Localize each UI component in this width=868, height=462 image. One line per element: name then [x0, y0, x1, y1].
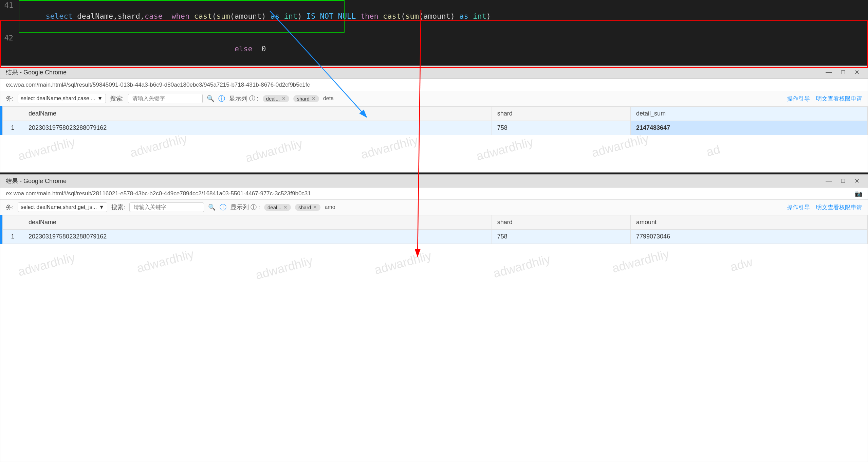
bottom-watermark-1: adwardhliу [16, 250, 76, 279]
top-info-icon[interactable]: ⓘ [218, 94, 225, 103]
top-search-icon[interactable]: 🔍 [207, 95, 214, 102]
bottom-browser-window: 结果 - Google Chrome — □ ✕ ex.woa.com/main… [0, 174, 868, 462]
bottom-title-bar: 结果 - Google Chrome — □ ✕ [0, 175, 868, 188]
top-action-links: 操作引导 明文查看权限申请 [787, 95, 862, 103]
bottom-watermark-5: adwardhliу [492, 252, 552, 281]
bottom-address-bar: ex.woa.com/main.html#/sql/result/2811602… [0, 188, 868, 200]
top-td-num: 1 [3, 121, 23, 135]
bottom-table-header-row: dealName shard amount [3, 215, 868, 230]
watermark-2: adwardhliу [128, 135, 188, 160]
top-sql-dropdown-icon: ▼ [97, 95, 103, 102]
line-num-41: 41 [0, 0, 19, 11]
top-th-shard: shard [492, 107, 630, 121]
code-line-42: 42 else 0 [0, 33, 868, 65]
bottom-th-shard: shard [492, 215, 630, 230]
code-line-41: 41 select dealName,shard,case when cast(… [0, 0, 868, 33]
watermark-5: adwardhliу [475, 135, 535, 162]
bottom-col-tag-2-close[interactable]: ✕ [313, 205, 317, 210]
bottom-watermark-2: adwardhliу [135, 247, 195, 276]
bottom-url: ex.woa.com/main.html#/sql/result/2811602… [6, 190, 311, 197]
bottom-info-icon[interactable]: ⓘ [220, 203, 226, 212]
top-td-detail-sum: 2147483647 [630, 121, 867, 135]
bottom-col-tag-1-close[interactable]: ✕ [283, 205, 288, 210]
bottom-close-button[interactable]: ✕ [852, 177, 862, 185]
bottom-minimize-button[interactable]: — [823, 177, 834, 185]
bottom-watermark-4: adwardhliу [373, 248, 433, 277]
bottom-address-icon: 📷 [855, 190, 862, 197]
bottom-watermark-7: adw [729, 255, 754, 274]
top-watermark-area: adwardhliу adwardhliу adwardhliу adwardh… [0, 135, 868, 162]
top-title-bar: 结果 - Google Chrome — □ ✕ [0, 66, 868, 79]
top-address-bar: ex.woa.com/main.html#/sql/result/5984509… [0, 79, 868, 91]
bottom-col-tag-2: shard ✕ [295, 204, 321, 211]
top-window-title: 结果 - Google Chrome [6, 68, 67, 76]
bottom-watermark-6: adwardhliу [610, 247, 670, 276]
bottom-th-num [3, 215, 23, 230]
bottom-sql-text: select dealName,shard,get_js... [21, 204, 97, 210]
bottom-table-row: 1 20230319758023288079162 758 7799073046 [3, 230, 868, 244]
watermark-6: adwardhliу [590, 135, 650, 160]
watermark-4: adwardhliу [359, 135, 419, 162]
top-maximize-button[interactable]: □ [838, 68, 848, 77]
top-td-shard: 758 [492, 121, 630, 135]
bottom-col-tag-1: deal... ✕ [264, 204, 291, 211]
bottom-td-amount: 7799073046 [630, 230, 867, 244]
top-query-toolbar: 务: select dealName,shard,case ... ▼ 搜索: … [0, 91, 868, 106]
top-sql-select[interactable]: select dealName,shard,case ... ▼ [18, 94, 106, 103]
bottom-data-table-wrap: dealName shard amount 1 2023031975802328… [0, 215, 868, 244]
top-th-detail-sum: detail_sum [630, 107, 867, 121]
top-minimize-button[interactable]: — [823, 68, 834, 77]
bottom-td-shard: 758 [492, 230, 630, 244]
top-url: ex.woa.com/main.html#/sql/result/5984509… [6, 82, 310, 88]
top-col-tag-2-close[interactable]: ✕ [312, 96, 316, 101]
bottom-query-toolbar: 务: select dealName,shard,get_js... ▼ 搜索:… [0, 200, 868, 215]
top-data-table: dealName shard detail_sum 1 202303197580… [2, 106, 868, 135]
watermark-1: adwardhliу [16, 135, 76, 162]
bottom-sql-dropdown-icon: ▼ [99, 204, 104, 210]
top-close-button[interactable]: ✕ [852, 68, 862, 77]
bottom-sql-select[interactable]: select dealName,shard,get_js... ▼ [18, 202, 107, 212]
bottom-watermark-area: adwardhliу adwardhliу adwardhliу adwardh… [0, 244, 868, 312]
bottom-td-dealname: 20230319758023288079162 [23, 230, 492, 244]
top-th-num [3, 107, 23, 121]
top-table-header-row: dealName shard detail_sum [3, 107, 868, 121]
code-editor: 41 select dealName,shard,case when cast(… [0, 0, 868, 68]
top-window-controls: — □ ✕ [823, 68, 862, 77]
bottom-action-links: 操作引导 明文查看权限申请 [787, 203, 862, 211]
bottom-data-table: dealName shard amount 1 2023031975802328… [2, 215, 868, 244]
top-col-tag-3: deta [323, 95, 334, 102]
top-display-label: 显示列 ⓘ : [229, 94, 259, 103]
bottom-window-title: 结果 - Google Chrome [6, 177, 67, 185]
top-data-table-wrap: dealName shard detail_sum 1 202303197580… [0, 106, 868, 135]
top-col-tag-2: shard ✕ [293, 95, 319, 102]
watermark-7: ad [705, 142, 722, 160]
bottom-td-num: 1 [3, 230, 23, 244]
top-search-input[interactable] [128, 94, 203, 103]
bottom-search-icon[interactable]: 🔍 [208, 203, 216, 211]
bottom-watermark-3: adwardhliу [254, 253, 314, 282]
top-table-row: 1 20230319758023288079162 758 2147483647 [3, 121, 868, 135]
top-action-permission[interactable]: 明文查看权限申请 [816, 95, 862, 103]
top-task-label: 务: [6, 94, 14, 103]
top-browser-window: 结果 - Google Chrome — □ ✕ ex.woa.com/main… [0, 66, 868, 173]
bottom-th-dealname: dealName [23, 215, 492, 230]
top-sql-text: select dealName,shard,case ... [21, 95, 95, 102]
bottom-display-label: 显示列 ⓘ : [230, 203, 260, 211]
top-th-dealname: dealName [23, 107, 492, 121]
bottom-search-label: 搜索: [111, 203, 125, 211]
bottom-task-label: 务: [6, 203, 14, 211]
watermark-3: adwardhliу [244, 136, 304, 162]
top-col-tag-1-close[interactable]: ✕ [282, 96, 286, 101]
bottom-action-permission[interactable]: 明文查看权限申请 [816, 203, 862, 211]
top-search-label: 搜索: [110, 94, 124, 103]
top-action-guide[interactable]: 操作引导 [787, 95, 810, 103]
top-col-tag-1: deal... ✕ [263, 95, 290, 102]
bottom-search-input[interactable] [129, 202, 204, 212]
bottom-col-tag-3: amo [325, 204, 335, 210]
bottom-maximize-button[interactable]: □ [838, 177, 848, 185]
top-td-dealname: 20230319758023288079162 [23, 121, 492, 135]
bottom-th-amount: amount [630, 215, 867, 230]
bottom-action-guide[interactable]: 操作引导 [787, 203, 810, 211]
bottom-window-controls: — □ ✕ [823, 177, 862, 185]
